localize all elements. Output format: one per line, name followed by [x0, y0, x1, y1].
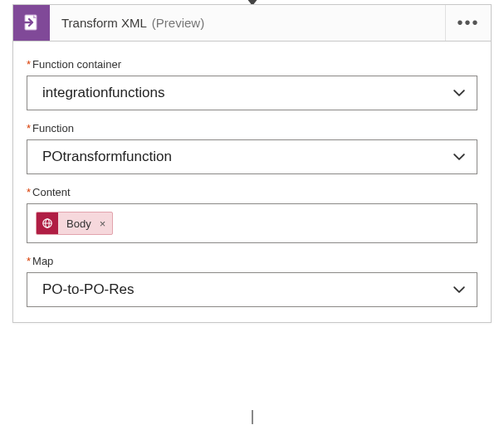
field-function: *Function POtransformfunction — [27, 122, 477, 174]
required-marker: * — [27, 58, 31, 71]
label-content-text: Content — [32, 186, 71, 198]
flow-connector-out — [252, 410, 253, 424]
dropdown-map[interactable]: PO-to-PO-Res — [27, 272, 477, 307]
label-function-container-text: Function container — [32, 58, 121, 71]
card-menu-button[interactable]: ••• — [446, 5, 491, 41]
close-icon: × — [100, 217, 106, 230]
token-remove-button[interactable]: × — [98, 217, 113, 230]
token-label: Body — [58, 217, 98, 230]
token-body[interactable]: Body × — [36, 212, 113, 235]
label-function: *Function — [27, 122, 477, 134]
field-function-container: *Function container integrationfunctions — [27, 58, 477, 110]
card-title-text: Transform XML — [61, 16, 147, 30]
action-card-transform-xml: Transform XML (Preview) ••• *Function co… — [12, 4, 492, 323]
dropdown-function-container[interactable]: integrationfunctions — [27, 76, 477, 110]
card-body: *Function container integrationfunctions… — [13, 42, 491, 322]
card-title: Transform XML (Preview) — [50, 5, 446, 41]
chevron-down-icon — [453, 284, 465, 296]
dropdown-value: integrationfunctions — [42, 85, 164, 101]
required-marker: * — [27, 122, 31, 134]
label-content: *Content — [27, 186, 477, 198]
chevron-down-icon — [453, 151, 465, 163]
transform-xml-icon — [13, 5, 50, 41]
required-marker: * — [27, 186, 31, 198]
card-header[interactable]: Transform XML (Preview) ••• — [13, 5, 491, 42]
dropdown-value: PO-to-PO-Res — [42, 281, 135, 298]
dropdown-function[interactable]: POtransformfunction — [27, 139, 477, 174]
field-map: *Map PO-to-PO-Res — [27, 255, 477, 307]
card-title-preview: (Preview) — [152, 16, 204, 30]
label-function-text: Function — [32, 122, 74, 134]
http-body-icon — [37, 212, 58, 234]
label-function-container: *Function container — [27, 58, 477, 71]
chevron-down-icon — [453, 87, 465, 99]
required-marker: * — [27, 255, 31, 267]
content-input[interactable]: Body × — [27, 203, 477, 243]
field-content: *Content Body × — [27, 186, 477, 243]
label-map-text: Map — [32, 255, 53, 267]
label-map: *Map — [27, 255, 477, 267]
dropdown-value: POtransformfunction — [42, 149, 172, 165]
more-icon: ••• — [457, 13, 479, 32]
